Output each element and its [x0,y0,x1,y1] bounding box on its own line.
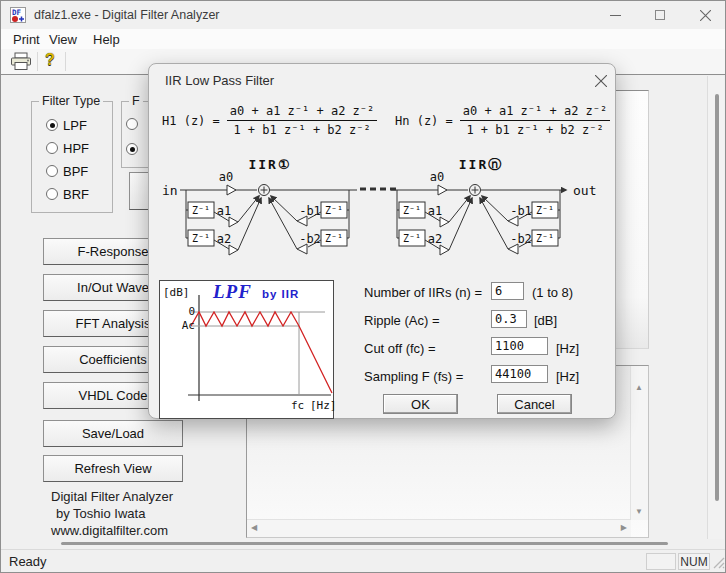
delay-box-label: Z⁻¹ [403,233,421,244]
main-window: DF dfalz1.exe - Digital Filter Analyzer … [0,0,726,573]
menu-help[interactable]: Help [89,31,124,48]
delay-box-label: Z⁻¹ [192,233,210,244]
iir-diagram: IIR① in Z⁻¹ Z⁻¹ a0 a1 a2 [149,158,617,260]
credit-line-1: Digital Filter Analyzer [51,489,173,504]
toolbar-separator [37,52,38,71]
close-icon [700,10,711,21]
sampling-input[interactable] [491,365,548,383]
menu-print[interactable]: Print [9,31,44,48]
resize-grip[interactable] [711,555,725,570]
niir-input[interactable] [491,282,524,300]
save-load-button[interactable]: Save/Load [43,420,183,447]
iir-stage-1: IIR① in Z⁻¹ Z⁻¹ a0 a1 a2 [162,158,357,255]
radio-hpf[interactable] [46,142,58,154]
h1-fraction: a0 + a1 z⁻¹ + a2 z⁻² 1 + b1 z⁻¹ + b2 z⁻² [227,104,378,137]
stagen-title: IIRⓝ [459,158,503,172]
radio-bpf-label: BPF [63,164,88,179]
hn-fraction: a0 + a1 z⁻¹ + a2 z⁻² 1 + b1 z⁻¹ + b2 z⁻² [460,104,611,137]
ripple-unit: [dB] [534,313,557,328]
graph-title-lpf: LPF [213,281,252,303]
h1-denominator: 1 + b1 z⁻¹ + b2 z⁻² [227,121,378,137]
h1-numerator: a0 + a1 z⁻¹ + a2 z⁻² [227,104,378,121]
dialog-close-button[interactable] [590,70,612,92]
cutoff-label: Cut off (fc) = [364,341,436,356]
ripple-label: Ripple (Ac) = [364,313,440,328]
ok-button[interactable]: OK [383,394,458,414]
refresh-view-button[interactable]: Refresh View [43,455,183,482]
b2-label: -b2 [510,232,532,246]
scroll-left-icon[interactable]: ◀ [251,524,257,532]
window-hscrollbar-thumb[interactable] [61,542,668,545]
filter-type-label: Filter Type [39,94,103,108]
iir-stage-n: IIRⓝ out Z⁻¹ Z⁻¹ a0 a1 a2 [391,158,596,255]
cancel-button[interactable]: Cancel [497,394,572,414]
in-label: in [162,183,178,198]
graph-zero-label: 0 [178,305,195,318]
radio-lpf[interactable] [46,119,58,131]
radio-lpf-label: LPF [63,118,87,133]
dialog-title: IIR Low Pass Filter [165,73,274,88]
minimize-icon [610,10,621,21]
toolbar-separator [65,52,66,71]
scroll-up-icon[interactable]: ▲ [635,384,643,392]
status-pane-empty [646,553,676,570]
h1-lhs: H1 (z) = [162,114,220,128]
maximize-button[interactable] [638,1,682,29]
radio-hpf-label: HPF [63,141,89,156]
status-bar: Ready NUM [1,549,725,573]
delay-box-label: Z⁻¹ [192,205,210,216]
minimize-button[interactable] [593,1,637,29]
b1-label: -b1 [299,204,321,218]
hn-denominator: 1 + b1 z⁻¹ + b2 z⁻² [460,121,611,137]
graph-ylabel: [dB] [163,286,190,299]
out-label: out [573,183,596,198]
delay-box-label: Z⁻¹ [536,205,554,216]
hn-numerator: a0 + a1 z⁻¹ + a2 z⁻² [460,104,611,121]
delay-box-label: Z⁻¹ [325,205,343,216]
lpf-response-graph: [dB] 0 Ac LPF by IIR fc [Hz] [159,280,334,419]
partial-radio-2[interactable] [126,143,138,155]
scroll-down-icon[interactable]: ▼ [635,508,643,516]
partial-group-label: F [129,94,143,108]
window-vscrollbar-thumb[interactable] [715,94,719,501]
title-bar: DF dfalz1.exe - Digital Filter Analyzer [1,1,725,29]
maximize-icon [655,10,665,20]
lower-panel-vscrollbar[interactable]: ▲ ▼ [630,366,648,520]
radio-brf[interactable] [46,188,58,200]
credit-line-3: www.digitalfilter.com [51,523,168,538]
hn-lhs: Hn (z) = [395,114,453,128]
radio-bpf[interactable] [46,165,58,177]
cutoff-input[interactable] [491,337,548,355]
iir-lpf-dialog: IIR Low Pass Filter H1 (z) = a0 + a1 z⁻¹… [148,63,616,419]
lower-panel-hscrollbar[interactable]: ◀ ▶ [247,519,631,537]
cutoff-unit: [Hz] [556,341,579,356]
niir-unit: (1 to 8) [532,285,573,300]
graph-fc-label: fc [291,399,304,412]
window-vscrollbar-track[interactable] [707,76,724,539]
radio-brf-label: BRF [63,187,89,202]
menu-bar: Print View Help [1,29,725,49]
partial-radio-1[interactable] [126,118,138,130]
a0-label: a0 [219,170,233,184]
graph-xunit-label: [Hz] [310,399,337,412]
credit-line-2: by Toshio Iwata [56,506,145,521]
scroll-right-icon[interactable]: ▶ [621,524,627,532]
menu-view[interactable]: View [45,31,81,48]
close-button[interactable] [683,1,726,29]
status-pane-num: NUM [678,553,710,570]
a1-label: a1 [428,204,442,218]
app-icon-text: DF [12,8,22,17]
a2-label: a2 [428,232,442,246]
niir-label: Number of IIRs (n) = [364,285,482,300]
ripple-input[interactable] [491,310,527,328]
help-button[interactable]: ? [45,51,55,69]
a2-label: a2 [217,232,231,246]
a1-label: a1 [217,204,231,218]
hn-formula: Hn (z) = a0 + a1 z⁻¹ + a2 z⁻² 1 + b1 z⁻¹… [395,104,610,137]
b1-label: -b1 [510,204,532,218]
print-button[interactable] [9,52,33,71]
status-text: Ready [9,554,47,569]
graph-title-by-iir: by IIR [262,288,299,300]
a0-label: a0 [430,170,444,184]
h1-formula: H1 (z) = a0 + a1 z⁻¹ + a2 z⁻² 1 + b1 z⁻¹… [162,104,377,137]
